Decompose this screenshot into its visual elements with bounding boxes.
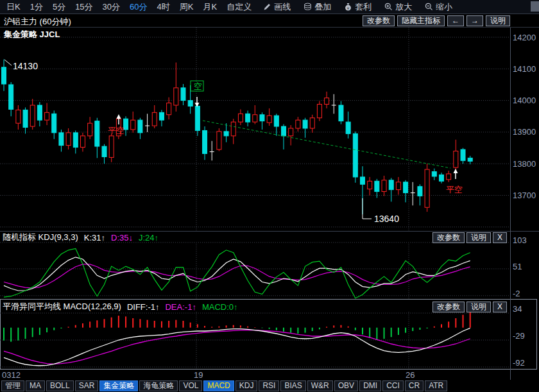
candle-body — [246, 114, 250, 122]
tab-海龟策略[interactable]: 海龟策略 — [139, 380, 178, 391]
period-60分[interactable]: 60分 — [130, 1, 147, 13]
tab-集金策略[interactable]: 集金策略 — [99, 380, 138, 391]
candle-body — [95, 121, 99, 146]
macd-button-说明[interactable]: 说明 — [466, 302, 491, 312]
tab-OBV[interactable]: OBV — [334, 380, 358, 391]
tool-画线[interactable]: 画线 — [263, 1, 291, 13]
kdj-k-value: K:31↑ — [84, 233, 105, 243]
candle-body — [310, 118, 314, 128]
x-axis-label-26: 26 — [406, 370, 415, 380]
price-axis-label: 14200 — [513, 33, 536, 42]
title-button-←[interactable]: ← — [447, 15, 464, 26]
kdj-button-说明[interactable]: 说明 — [466, 232, 491, 243]
macd-macd-value: MACD:0↑ — [202, 302, 238, 312]
candle-body — [289, 128, 293, 136]
price-axis-label: 13800 — [513, 159, 536, 169]
title-button-改参数[interactable]: 改参数 — [363, 15, 395, 26]
tab-W&R[interactable]: W&R — [307, 380, 333, 391]
trendline — [203, 121, 450, 168]
kdj-button-改参数[interactable]: 改参数 — [432, 232, 465, 243]
period-日K[interactable]: 日K — [6, 1, 21, 13]
kdj-j-line — [4, 248, 470, 298]
pencil-icon — [263, 3, 271, 11]
x-axis-label-0312: 0312 — [2, 370, 21, 380]
kdj-header: 随机指标 KDJ(9,3,3) K:31↑ D:35↓ J:24↑ — [3, 232, 158, 243]
price-axis-label: 13900 — [513, 127, 536, 137]
tab-SAR[interactable]: SAR — [75, 380, 99, 391]
period-周K[interactable]: 周K — [180, 1, 194, 13]
candle-body — [224, 132, 228, 136]
candle-body — [231, 122, 235, 136]
tab-ATR[interactable]: ATR — [425, 380, 447, 391]
tab-CCI[interactable]: CCI — [382, 380, 404, 391]
candle-body — [66, 133, 71, 146]
kdj-d-line — [4, 264, 470, 288]
candle-body — [188, 101, 193, 107]
period-30分[interactable]: 30分 — [103, 1, 120, 13]
title-button-隐藏主指标[interactable]: 隐藏主指标 — [397, 15, 445, 26]
annotation-text-open-short: 空 — [194, 81, 202, 91]
zoom-out-icon — [425, 3, 433, 11]
macd-buttons: 改参数说明X — [432, 302, 507, 312]
macd-header: 平滑异同平均线 MACD(12,26,9) DIFF:-1↑ DEA:-1↑ M… — [3, 301, 238, 312]
macd-button-改参数[interactable]: 改参数 — [432, 302, 465, 312]
candle-body — [468, 158, 472, 161]
macd-dea-value: DEA:-1↑ — [165, 302, 196, 312]
candle-body — [131, 120, 135, 130]
candle-body — [396, 182, 400, 190]
tab-BOLL[interactable]: BOLL — [46, 380, 74, 391]
tab-KDJ[interactable]: KDJ — [235, 380, 258, 391]
macd-dea-line — [4, 330, 470, 364]
candle-body — [195, 106, 200, 130]
title-button-说明[interactable]: 说明 — [486, 15, 510, 26]
tab-MA[interactable]: MA — [26, 380, 45, 391]
strategy-label: 集金策略 JJCL — [4, 29, 60, 40]
price-axis-label: 13700 — [513, 191, 536, 200]
candle-body — [353, 133, 357, 177]
period-月K[interactable]: 月K — [203, 1, 217, 13]
candle-body — [361, 177, 365, 184]
period-自定义[interactable]: 自定义 — [227, 1, 252, 13]
period-1分[interactable]: 1分 — [30, 1, 43, 13]
period-4时[interactable]: 4时 — [157, 1, 170, 13]
tool-叠加[interactable]: 叠加 — [304, 1, 331, 13]
macd-axis-label: 34 — [513, 304, 522, 314]
indicator-tab-bar: 管理MABOLLSAR集金策略海龟策略VOLMACDKDJRSIBIASW&RO… — [1, 380, 447, 391]
annotation-arrowhead-close-short-2 — [454, 169, 458, 173]
top-toolbar: 日K1分5分15分30分60分4时周K月K自定义 画线叠加¥套利放大缩小 — [0, 0, 539, 14]
candle-body — [432, 172, 436, 176]
candle-body — [317, 105, 321, 118]
toolbar-tools: 画线叠加¥套利放大缩小 — [263, 1, 452, 13]
candle-body — [404, 182, 408, 193]
tab-管理[interactable]: 管理 — [1, 380, 24, 391]
annotation-text-close-short-1: 平空 — [108, 126, 124, 135]
window-corner-button[interactable] — [531, 1, 539, 12]
arbitrage-icon: ¥ — [344, 3, 352, 11]
tool-label: 画线 — [274, 1, 291, 13]
annotation-text-low-label: 13640 — [374, 214, 399, 224]
candle-body — [30, 105, 35, 126]
tab-MACD[interactable]: MACD — [203, 380, 234, 391]
candle-body — [382, 180, 386, 192]
macd-diff-line — [4, 328, 470, 366]
macd-axis-label: -92 — [513, 358, 525, 368]
macd-button-X[interactable]: X — [493, 302, 507, 312]
tool-label: 放大 — [395, 1, 412, 13]
tool-放大[interactable]: 放大 — [384, 1, 412, 13]
kdj-j-value: J:24↑ — [139, 233, 158, 243]
period-5分[interactable]: 5分 — [53, 1, 65, 13]
kdj-button-X[interactable]: X — [493, 232, 507, 243]
tab-RSI[interactable]: RSI — [259, 380, 279, 391]
tool-套利[interactable]: ¥套利 — [344, 1, 372, 13]
title-button-→[interactable]: → — [466, 15, 483, 26]
tab-VOL[interactable]: VOL — [179, 380, 202, 391]
tool-缩小[interactable]: 缩小 — [425, 1, 452, 13]
tab-CR[interactable]: CR — [405, 380, 424, 391]
annotation-text-close-short-2: 平空 — [446, 185, 463, 194]
tab-BIAS[interactable]: BIAS — [280, 380, 305, 391]
candle-body — [447, 174, 451, 180]
candle-body — [152, 112, 157, 126]
period-15分[interactable]: 15分 — [75, 1, 92, 13]
tab-DMI[interactable]: DMI — [359, 380, 381, 391]
candle-body — [339, 105, 343, 121]
